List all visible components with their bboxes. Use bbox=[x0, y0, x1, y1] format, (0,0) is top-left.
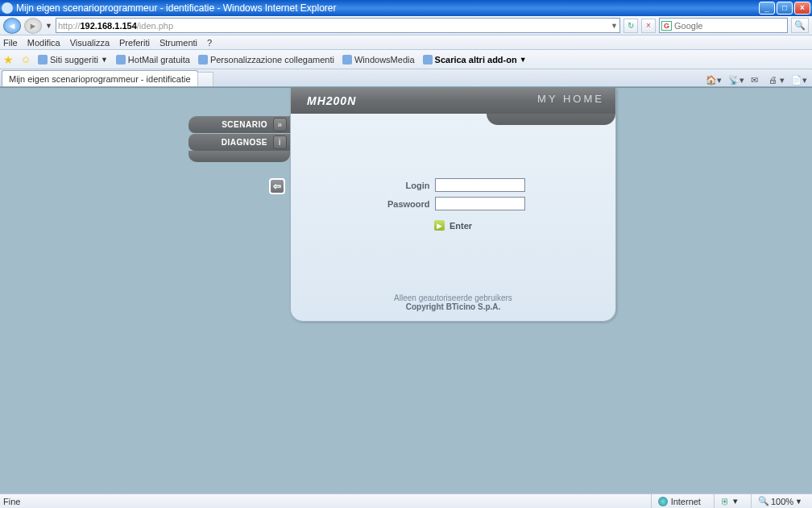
window-title: Mijn eigen scenarioprogrammeur - identif… bbox=[16, 2, 757, 14]
google-icon: G bbox=[661, 21, 672, 31]
forward-arrow-icon: ► bbox=[29, 21, 38, 31]
status-text: Fine bbox=[3, 497, 20, 498]
sidebar-item-scenario[interactable]: SCENARIO » bbox=[188, 116, 290, 133]
password-input[interactable] bbox=[435, 197, 525, 210]
info-icon: i bbox=[273, 135, 287, 149]
favorites-bar: ★ ✩ Siti suggeriti ▼ HotMail gratuita Pe… bbox=[0, 50, 812, 69]
command-bar: 🏠▾ 📡▾ ✉ 🖨▾ 📄▾ bbox=[706, 75, 810, 86]
link-suggested-label: Siti suggeriti bbox=[50, 55, 98, 65]
refresh-icon: ↻ bbox=[628, 21, 634, 30]
page-content: SCENARIO » DIAGNOSE i ⇦ MH200N MY HOME L… bbox=[0, 87, 812, 497]
side-menu: SCENARIO » DIAGNOSE i bbox=[188, 116, 290, 162]
url-path: /iden.php bbox=[137, 21, 173, 31]
maximize-button[interactable]: □ bbox=[777, 2, 793, 15]
minimize-button[interactable]: _ bbox=[759, 2, 775, 15]
page-button[interactable]: 📄▾ bbox=[791, 75, 807, 86]
tab-label: Mijn eigen scenarioprogrammeur - identif… bbox=[9, 74, 191, 84]
zoom-value: 100% bbox=[771, 497, 793, 498]
menu-file[interactable]: File bbox=[3, 38, 18, 48]
tab-bar: Mijn eigen scenarioprogrammeur - identif… bbox=[0, 69, 812, 87]
back-arrow-icon: ◄ bbox=[8, 21, 17, 31]
favorites-star-icon[interactable]: ★ bbox=[3, 53, 14, 66]
nav-toolbar: ◄ ► ▼ http:// 192.168.1.154 /iden.php ▼ … bbox=[0, 16, 812, 35]
search-button[interactable]: 🔍 bbox=[791, 18, 809, 33]
login-form: Login Paswoord ▶ Enter bbox=[291, 178, 615, 231]
rss-icon: 📡 bbox=[728, 75, 740, 86]
zoom-control[interactable]: 🔍 100% ▼ bbox=[751, 494, 809, 497]
link-hotmail[interactable]: HotMail gratuita bbox=[116, 55, 190, 65]
new-tab-button[interactable] bbox=[197, 72, 213, 86]
back-square-button[interactable]: ⇦ bbox=[269, 178, 285, 194]
menu-view[interactable]: Visualizza bbox=[70, 38, 110, 48]
print-button[interactable]: 🖨▾ bbox=[768, 75, 785, 86]
feeds-button[interactable]: 📡▾ bbox=[728, 75, 744, 86]
zoom-icon: 🔍 bbox=[758, 496, 769, 497]
menu-help[interactable]: ? bbox=[207, 38, 212, 48]
back-arrow-icon: ⇦ bbox=[273, 181, 281, 192]
home-button[interactable]: 🏠▾ bbox=[706, 75, 722, 86]
add-favorite-icon[interactable]: ✩ bbox=[22, 54, 30, 65]
menu-tools[interactable]: Strumenti bbox=[160, 38, 197, 48]
page-icon: 📄 bbox=[791, 75, 802, 86]
link-addons-label: Scarica altri add-on bbox=[435, 55, 517, 65]
login-input[interactable] bbox=[435, 178, 525, 192]
address-bar[interactable]: http:// 192.168.1.154 /iden.php ▼ bbox=[56, 18, 620, 33]
menu-favorites[interactable]: Preferiti bbox=[119, 38, 150, 48]
page-icon bbox=[423, 55, 433, 65]
window-titlebar: Mijn eigen scenarioprogrammeur - identif… bbox=[0, 0, 812, 16]
mail-icon: ✉ bbox=[751, 75, 762, 86]
link-hotmail-label: HotMail gratuita bbox=[128, 55, 190, 65]
link-personalization-label: Personalizzazione collegamenti bbox=[210, 55, 334, 65]
url-host: 192.168.1.154 bbox=[80, 21, 136, 31]
sidebar-scenario-label: SCENARIO bbox=[222, 120, 267, 129]
menu-bar: File Modifica Visualizza Preferiti Strum… bbox=[0, 35, 812, 50]
ie-icon bbox=[2, 2, 13, 14]
status-zone[interactable]: Internet bbox=[651, 494, 707, 497]
shield-icon: ⛨ bbox=[721, 497, 730, 498]
page-icon bbox=[116, 55, 126, 65]
page-icon bbox=[198, 55, 208, 65]
login-label: Login bbox=[382, 181, 430, 190]
enter-arrow-icon: ▶ bbox=[434, 220, 445, 231]
footer-line1: Alleen geautoriseerde gebruikers bbox=[291, 294, 615, 302]
internet-icon bbox=[658, 497, 668, 498]
panel-title: MH200N bbox=[307, 94, 356, 107]
tab-active[interactable]: Mijn eigen scenarioprogrammeur - identif… bbox=[2, 70, 198, 86]
link-addons[interactable]: Scarica altri add-on ▼ bbox=[423, 55, 527, 65]
menu-edit[interactable]: Modifica bbox=[27, 38, 60, 48]
panel-header: MH200N MY HOME bbox=[291, 88, 615, 114]
enter-label: Enter bbox=[450, 221, 472, 231]
panel-footer: Alleen geautoriseerde gebruikers Copyrig… bbox=[291, 294, 615, 311]
close-button[interactable]: × bbox=[794, 2, 810, 15]
search-input[interactable] bbox=[674, 21, 785, 31]
url-input-tail[interactable] bbox=[173, 21, 611, 31]
login-panel: MH200N MY HOME Login Paswoord ▶ Enter Al… bbox=[290, 88, 616, 322]
link-windowsmedia-label: WindowsMedia bbox=[354, 55, 415, 65]
stop-icon: × bbox=[646, 21, 651, 30]
url-dropdown-icon[interactable]: ▼ bbox=[611, 22, 618, 30]
protected-mode[interactable]: ⛨▾ bbox=[714, 494, 744, 497]
search-box[interactable]: G bbox=[659, 18, 788, 33]
search-icon: 🔍 bbox=[794, 20, 806, 31]
footer-copyright: Copyright BTicino S.p.A. bbox=[291, 302, 615, 311]
page-icon bbox=[342, 55, 352, 65]
printer-icon: 🖨 bbox=[768, 75, 780, 86]
stop-button[interactable]: × bbox=[641, 19, 656, 33]
link-windowsmedia[interactable]: WindowsMedia bbox=[342, 55, 415, 65]
scenario-icon: » bbox=[273, 118, 287, 131]
refresh-button[interactable]: ↻ bbox=[624, 19, 638, 33]
zone-label: Internet bbox=[671, 497, 701, 498]
readmail-button[interactable]: ✉ bbox=[751, 75, 762, 86]
status-bar: Fine Internet ⛨▾ 🔍 100% ▼ bbox=[0, 493, 812, 497]
link-personalization[interactable]: Personalizzazione collegamenti bbox=[198, 55, 334, 65]
enter-button[interactable]: ▶ Enter bbox=[434, 220, 472, 231]
sidebar-diagnose-label: DIAGNOSE bbox=[222, 138, 267, 147]
nav-history-dropdown[interactable]: ▼ bbox=[45, 22, 52, 30]
sidebar-item-diagnose[interactable]: DIAGNOSE i bbox=[188, 134, 290, 151]
home-icon: 🏠 bbox=[706, 75, 717, 86]
link-suggested-sites[interactable]: Siti suggeriti ▼ bbox=[38, 55, 108, 65]
sidebar-footer-bar bbox=[188, 151, 290, 162]
back-button[interactable]: ◄ bbox=[3, 18, 21, 34]
forward-button[interactable]: ► bbox=[24, 18, 42, 34]
page-icon bbox=[38, 55, 48, 65]
